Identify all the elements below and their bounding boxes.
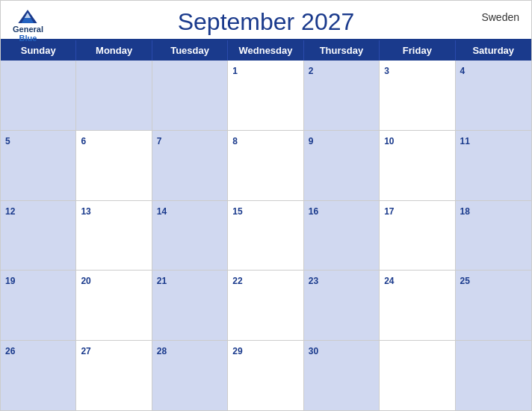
day-header-saturday: Saturday — [456, 40, 531, 61]
day-number: 16 — [309, 206, 318, 217]
day-cell: 28 — [152, 341, 228, 410]
country-label: Sweden — [481, 11, 519, 23]
day-cell: 18 — [456, 201, 531, 271]
day-cell: 5 — [1, 131, 76, 200]
day-number: 22 — [232, 276, 242, 286]
logo-icon — [17, 8, 38, 25]
day-number: 21 — [157, 276, 167, 286]
month-title: September 2027 — [178, 8, 355, 36]
day-header-wednesday: Wednesday — [228, 40, 303, 61]
day-cell: 26 — [1, 341, 76, 410]
day-number: 26 — [5, 346, 15, 356]
day-number: 7 — [157, 136, 162, 146]
day-cell: 7 — [152, 131, 228, 200]
day-number: 1 — [232, 66, 238, 76]
day-header-tuesday: Tuesday — [152, 40, 228, 61]
day-cell: 1 — [228, 61, 303, 130]
logo-general: General — [13, 25, 43, 34]
weeks-container: 0001234567891011121314151617181920212223… — [1, 61, 531, 410]
day-cell: 10 — [380, 131, 455, 200]
day-cell: 6 — [76, 131, 152, 200]
day-cell: 23 — [304, 271, 380, 340]
day-number: 19 — [5, 276, 15, 286]
day-number: 12 — [5, 206, 15, 217]
day-cell: 12 — [1, 201, 76, 271]
day-cell: 0 — [380, 341, 455, 410]
week-row-2: 567891011 — [1, 131, 531, 201]
day-number: 28 — [157, 346, 167, 356]
day-number: 30 — [309, 346, 318, 356]
day-cell: 22 — [228, 271, 303, 340]
day-cell: 8 — [228, 131, 303, 200]
day-cell: 0 — [456, 341, 531, 410]
day-cell: 16 — [304, 201, 380, 271]
day-cell: 4 — [456, 61, 531, 130]
day-cell: 20 — [76, 271, 152, 340]
day-number: 14 — [157, 206, 167, 217]
day-cell: 11 — [456, 131, 531, 200]
day-number: 24 — [384, 276, 394, 286]
day-headers: SundayMondayTuesdayWednesdayThursdayFrid… — [1, 40, 531, 61]
day-cell: 19 — [1, 271, 76, 340]
day-number: 8 — [232, 136, 238, 146]
day-header-sunday: Sunday — [1, 40, 76, 61]
day-number: 18 — [460, 206, 470, 217]
week-row-3: 12131415161718 — [1, 201, 531, 271]
day-cell: 0 — [1, 61, 76, 130]
day-number: 29 — [232, 346, 242, 356]
day-cell: 21 — [152, 271, 228, 340]
day-number: 5 — [5, 136, 10, 146]
day-cell: 17 — [380, 201, 455, 271]
day-number: 25 — [460, 276, 470, 286]
day-cell: 29 — [228, 341, 303, 410]
day-number: 11 — [460, 136, 470, 146]
logo-blue: Blue — [19, 34, 37, 43]
calendar: General Blue September 2027 Sweden Sunda… — [0, 0, 532, 411]
day-cell: 27 — [76, 341, 152, 410]
week-row-4: 19202122232425 — [1, 271, 531, 341]
day-number: 10 — [384, 136, 394, 146]
day-number: 2 — [309, 66, 314, 76]
day-number: 15 — [232, 206, 242, 217]
day-cell: 30 — [304, 341, 380, 410]
day-cell: 2 — [304, 61, 380, 130]
day-header-friday: Friday — [380, 40, 455, 61]
logo: General Blue — [13, 8, 43, 43]
day-number: 3 — [384, 66, 389, 76]
day-number: 17 — [384, 206, 394, 217]
day-cell: 13 — [76, 201, 152, 271]
day-number: 6 — [81, 136, 86, 146]
day-number: 20 — [81, 276, 90, 286]
day-header-monday: Monday — [76, 40, 152, 61]
day-cell: 0 — [76, 61, 152, 130]
day-number: 27 — [81, 346, 90, 356]
day-cell: 3 — [380, 61, 455, 130]
day-number: 13 — [81, 206, 90, 217]
calendar-header: General Blue September 2027 Sweden — [1, 1, 531, 39]
day-number: 4 — [460, 66, 466, 76]
day-cell: 0 — [152, 61, 228, 130]
day-cell: 25 — [456, 271, 531, 340]
day-cell: 14 — [152, 201, 228, 271]
week-row-1: 0001234 — [1, 61, 531, 131]
day-header-thursday: Thursday — [304, 40, 380, 61]
week-row-5: 262728293000 — [1, 341, 531, 410]
day-cell: 9 — [304, 131, 380, 200]
day-number: 23 — [309, 276, 318, 286]
day-number: 9 — [309, 136, 314, 146]
day-cell: 15 — [228, 201, 303, 271]
calendar-grid: SundayMondayTuesdayWednesdayThursdayFrid… — [1, 39, 531, 410]
day-cell: 24 — [380, 271, 455, 340]
